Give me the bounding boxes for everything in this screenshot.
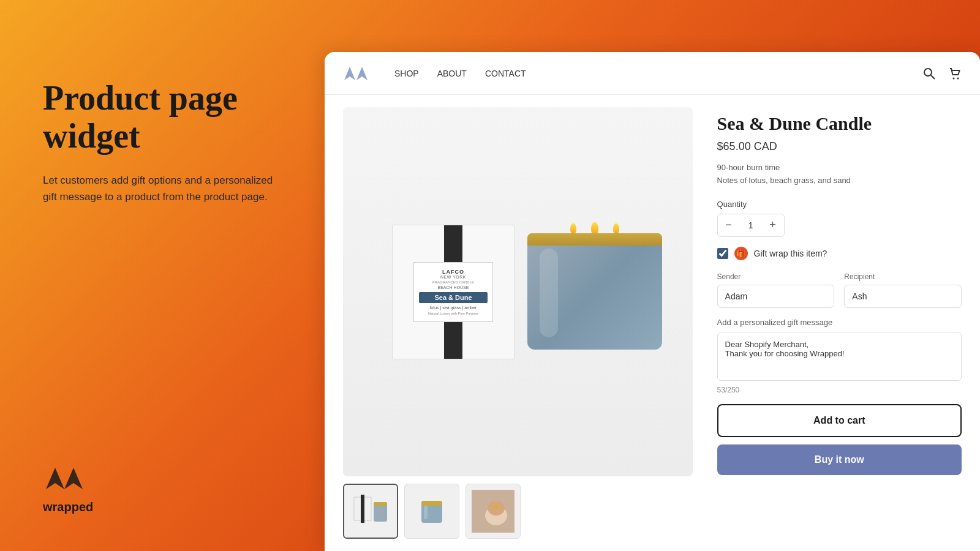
left-panel: Product page widget Let customers add gi… bbox=[0, 0, 325, 551]
quantity-control: − 1 + bbox=[717, 214, 785, 237]
flame-right bbox=[613, 223, 619, 234]
store-logo-icon bbox=[343, 64, 370, 83]
page-description: Let customers add gift options and a per… bbox=[43, 172, 282, 205]
product-details-column: Sea & Dune Candle $65.00 CAD 90-hour bur… bbox=[705, 95, 980, 551]
thumb-2-inner bbox=[405, 484, 459, 538]
gift-wrap-checkbox[interactable] bbox=[717, 248, 728, 259]
flame-left bbox=[570, 223, 576, 234]
thumbnail-3[interactable] bbox=[466, 484, 521, 539]
candle-scene: LAFCO NEW YORK FRAGRANCED CANDLE BEACH H… bbox=[343, 107, 693, 476]
recipient-input[interactable] bbox=[844, 285, 962, 308]
quantity-label: Quantity bbox=[717, 200, 962, 209]
logo-area: wrapped bbox=[43, 462, 282, 514]
svg-point-3 bbox=[957, 77, 959, 79]
thumb-2-image bbox=[410, 490, 453, 533]
svg-point-14 bbox=[494, 505, 498, 509]
quantity-decrease-button[interactable]: − bbox=[718, 214, 740, 236]
navbar: SHOP ABOUT CONTACT bbox=[325, 52, 980, 95]
search-icon[interactable] bbox=[922, 67, 936, 80]
thumb-3-inner bbox=[466, 484, 520, 538]
quantity-value: 1 bbox=[740, 220, 762, 230]
box-product-name: Sea & Dune bbox=[419, 292, 488, 303]
wrapped-logo-icon bbox=[43, 462, 92, 495]
svg-rect-9 bbox=[421, 501, 442, 506]
nav-icons bbox=[922, 67, 962, 80]
burn-time: 90-hour burn time bbox=[717, 162, 962, 174]
recipient-field: Recipient bbox=[844, 272, 962, 308]
glass-body bbox=[527, 233, 662, 350]
svg-line-1 bbox=[931, 75, 935, 79]
product-notes: Notes of lotus, beach grass, and sand bbox=[717, 174, 962, 187]
main-product-image: LAFCO NEW YORK FRAGRANCED CANDLE BEACH H… bbox=[343, 107, 693, 476]
wrapped-logo-text: wrapped bbox=[43, 500, 93, 514]
flame-center bbox=[591, 222, 598, 234]
svg-rect-10 bbox=[424, 506, 428, 519]
candle-box: LAFCO NEW YORK FRAGRANCED CANDLE BEACH H… bbox=[392, 225, 514, 359]
candle-glass bbox=[527, 233, 662, 356]
product-area: LAFCO NEW YORK FRAGRANCED CANDLE BEACH H… bbox=[325, 95, 980, 551]
quantity-section: Quantity − 1 + bbox=[717, 200, 962, 237]
thumb-1-image bbox=[349, 490, 392, 533]
svg-point-0 bbox=[924, 69, 932, 76]
thumbnail-1[interactable] bbox=[343, 484, 398, 539]
cart-icon[interactable] bbox=[948, 67, 962, 80]
box-tagline: Natural Luxury with Pure Purpose bbox=[419, 312, 488, 315]
gift-message-label: Add a personalized gift message bbox=[717, 318, 962, 327]
nav-links: SHOP ABOUT CONTACT bbox=[394, 69, 922, 78]
thumbnail-2[interactable] bbox=[404, 484, 459, 539]
svg-rect-7 bbox=[374, 502, 387, 506]
gift-message-textarea[interactable]: Dear Shopify Merchant, Thank you for cho… bbox=[717, 332, 962, 381]
glass-rim bbox=[527, 233, 662, 246]
lafco-line4: BEACH HOUSE bbox=[419, 285, 488, 290]
product-price: $65.00 CAD bbox=[717, 140, 962, 153]
gift-wrap-section: 🎁 Gift wrap this item? bbox=[717, 247, 962, 260]
nav-about[interactable]: ABOUT bbox=[437, 69, 467, 78]
product-title: Sea & Dune Candle bbox=[717, 113, 962, 134]
buy-now-button[interactable]: Buy it now bbox=[717, 444, 962, 475]
char-count: 53/250 bbox=[717, 386, 962, 394]
quantity-increase-button[interactable]: + bbox=[762, 214, 784, 236]
lafco-brand: LAFCO bbox=[419, 269, 488, 275]
box-label: LAFCO NEW YORK FRAGRANCED CANDLE BEACH H… bbox=[413, 262, 493, 322]
thumb-3-image bbox=[472, 490, 514, 533]
store-logo bbox=[343, 64, 370, 83]
add-to-cart-button[interactable]: Add to cart bbox=[717, 404, 962, 437]
store-panel: SHOP ABOUT CONTACT bbox=[325, 52, 980, 551]
svg-rect-5 bbox=[361, 495, 364, 523]
sender-recipient-row: Sender Recipient bbox=[717, 272, 962, 308]
sender-input[interactable] bbox=[717, 285, 835, 308]
thumbnail-row bbox=[343, 484, 693, 539]
lafco-sub: NEW YORK bbox=[419, 275, 488, 279]
glass-highlight bbox=[540, 249, 558, 337]
gift-wrap-label: Gift wrap this item? bbox=[754, 249, 827, 258]
product-images-column: LAFCO NEW YORK FRAGRANCED CANDLE BEACH H… bbox=[325, 95, 705, 551]
gift-wrap-icon: 🎁 bbox=[734, 247, 748, 260]
nav-contact[interactable]: CONTACT bbox=[485, 69, 526, 78]
nav-shop[interactable]: SHOP bbox=[394, 69, 419, 78]
recipient-label: Recipient bbox=[844, 272, 962, 281]
thumb-1-inner bbox=[344, 485, 397, 538]
lafco-type: FRAGRANCED CANDLE bbox=[419, 280, 488, 284]
box-product-notes: lotus | sea grass | amber bbox=[419, 305, 488, 310]
svg-point-2 bbox=[953, 77, 955, 79]
sender-label: Sender bbox=[717, 272, 835, 281]
page-headline: Product page widget bbox=[43, 80, 282, 155]
product-description: 90-hour burn time Notes of lotus, beach … bbox=[717, 162, 962, 187]
sender-field: Sender bbox=[717, 272, 835, 308]
